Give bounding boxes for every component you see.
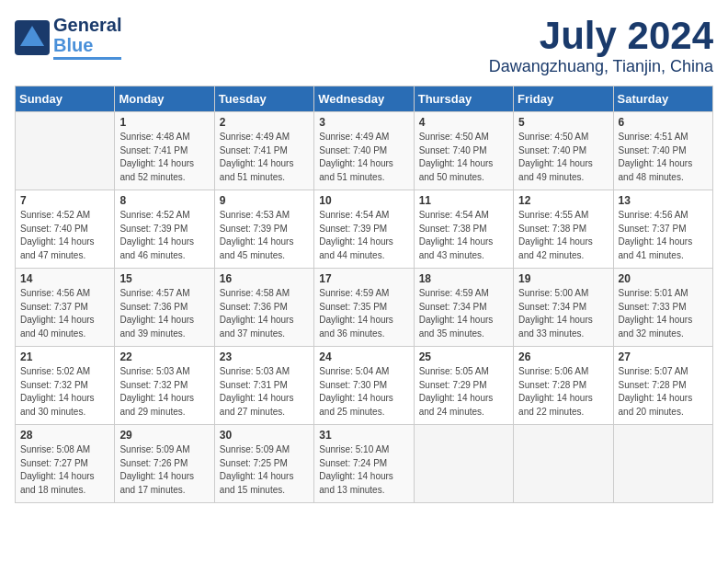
month-title: July 2024: [489, 15, 713, 57]
day-number: 30: [220, 429, 309, 442]
day-number: 10: [319, 194, 408, 207]
header-friday: Friday: [514, 86, 613, 112]
header-thursday: Thursday: [414, 86, 513, 112]
day-number: 18: [419, 272, 508, 285]
calendar-cell: 27Sunrise: 5:07 AM Sunset: 7:28 PM Dayli…: [613, 347, 712, 425]
day-number: 22: [119, 350, 209, 363]
day-number: 17: [319, 272, 408, 285]
day-content: Sunrise: 4:53 AM Sunset: 7:39 PM Dayligh…: [220, 209, 309, 262]
day-content: Sunrise: 4:54 AM Sunset: 7:39 PM Dayligh…: [319, 209, 408, 262]
day-content: Sunrise: 4:59 AM Sunset: 7:34 PM Dayligh…: [419, 287, 508, 340]
calendar-cell: 8Sunrise: 4:52 AM Sunset: 7:39 PM Daylig…: [115, 190, 214, 269]
calendar-cell: 26Sunrise: 5:06 AM Sunset: 7:28 PM Dayli…: [514, 347, 613, 425]
day-number: 3: [319, 116, 408, 129]
logo-line2: Blue: [53, 35, 121, 55]
header: General Blue July 2024 Dawangzhuang, Tia…: [15, 15, 713, 76]
day-number: 28: [20, 429, 109, 442]
day-number: 2: [220, 116, 309, 129]
day-number: 19: [518, 272, 608, 285]
calendar-cell: 18Sunrise: 4:59 AM Sunset: 7:34 PM Dayli…: [414, 269, 513, 347]
day-content: Sunrise: 4:56 AM Sunset: 7:37 PM Dayligh…: [619, 209, 708, 262]
day-content: Sunrise: 5:07 AM Sunset: 7:28 PM Dayligh…: [619, 365, 708, 419]
day-number: 6: [619, 116, 708, 129]
day-number: 29: [119, 429, 209, 442]
location-title: Dawangzhuang, Tianjin, China: [489, 57, 713, 76]
day-content: Sunrise: 5:04 AM Sunset: 7:30 PM Dayligh…: [319, 365, 408, 419]
day-number: 9: [220, 194, 309, 207]
day-number: 5: [518, 116, 608, 129]
calendar-week-row: 28Sunrise: 5:08 AM Sunset: 7:27 PM Dayli…: [16, 425, 713, 503]
day-content: Sunrise: 5:03 AM Sunset: 7:32 PM Dayligh…: [119, 365, 209, 419]
calendar-cell: 15Sunrise: 4:57 AM Sunset: 7:36 PM Dayli…: [115, 269, 214, 347]
day-content: Sunrise: 5:09 AM Sunset: 7:26 PM Dayligh…: [119, 443, 209, 497]
calendar-cell: 2Sunrise: 4:49 AM Sunset: 7:41 PM Daylig…: [214, 112, 313, 190]
calendar-cell: 14Sunrise: 4:56 AM Sunset: 7:37 PM Dayli…: [16, 269, 115, 347]
day-number: 14: [20, 272, 109, 285]
logo-icon: [15, 20, 50, 55]
calendar-week-row: 21Sunrise: 5:02 AM Sunset: 7:32 PM Dayli…: [16, 347, 713, 425]
day-content: Sunrise: 4:50 AM Sunset: 7:40 PM Dayligh…: [419, 131, 508, 184]
day-number: 13: [619, 194, 708, 207]
day-number: 21: [20, 350, 109, 363]
day-content: Sunrise: 5:00 AM Sunset: 7:34 PM Dayligh…: [518, 287, 608, 340]
day-number: 7: [20, 194, 109, 207]
calendar-cell: 23Sunrise: 5:03 AM Sunset: 7:31 PM Dayli…: [214, 347, 313, 425]
calendar-cell: 9Sunrise: 4:53 AM Sunset: 7:39 PM Daylig…: [214, 190, 313, 269]
calendar-cell: 17Sunrise: 4:59 AM Sunset: 7:35 PM Dayli…: [314, 269, 414, 347]
calendar-table: SundayMondayTuesdayWednesdayThursdayFrid…: [15, 86, 713, 503]
day-number: 20: [619, 272, 708, 285]
day-content: Sunrise: 4:51 AM Sunset: 7:40 PM Dayligh…: [619, 131, 708, 184]
calendar-week-row: 14Sunrise: 4:56 AM Sunset: 7:37 PM Dayli…: [16, 269, 713, 347]
calendar-cell: 21Sunrise: 5:02 AM Sunset: 7:32 PM Dayli…: [16, 347, 115, 425]
calendar-cell: 1Sunrise: 4:48 AM Sunset: 7:41 PM Daylig…: [115, 112, 214, 190]
header-monday: Monday: [115, 86, 214, 112]
day-content: Sunrise: 5:09 AM Sunset: 7:25 PM Dayligh…: [220, 443, 309, 497]
day-number: 12: [518, 194, 608, 207]
calendar-cell: [613, 425, 712, 503]
day-number: 4: [419, 116, 508, 129]
day-content: Sunrise: 4:49 AM Sunset: 7:40 PM Dayligh…: [319, 131, 408, 184]
calendar-cell: 7Sunrise: 4:52 AM Sunset: 7:40 PM Daylig…: [16, 190, 115, 269]
day-content: Sunrise: 5:01 AM Sunset: 7:33 PM Dayligh…: [619, 287, 708, 340]
day-number: 15: [119, 272, 209, 285]
calendar-cell: 19Sunrise: 5:00 AM Sunset: 7:34 PM Dayli…: [514, 269, 613, 347]
calendar-cell: 6Sunrise: 4:51 AM Sunset: 7:40 PM Daylig…: [613, 112, 712, 190]
svg-rect-2: [24, 40, 40, 44]
day-content: Sunrise: 4:48 AM Sunset: 7:41 PM Dayligh…: [119, 131, 209, 184]
calendar-cell: 30Sunrise: 5:09 AM Sunset: 7:25 PM Dayli…: [214, 425, 313, 503]
calendar-cell: [514, 425, 613, 503]
header-sunday: Sunday: [16, 86, 115, 112]
title-area: July 2024 Dawangzhuang, Tianjin, China: [489, 15, 713, 76]
day-content: Sunrise: 4:49 AM Sunset: 7:41 PM Dayligh…: [220, 131, 309, 184]
day-number: 25: [419, 350, 508, 363]
calendar-cell: 20Sunrise: 5:01 AM Sunset: 7:33 PM Dayli…: [613, 269, 712, 347]
day-content: Sunrise: 5:06 AM Sunset: 7:28 PM Dayligh…: [518, 365, 608, 419]
calendar-cell: 3Sunrise: 4:49 AM Sunset: 7:40 PM Daylig…: [314, 112, 414, 190]
calendar-cell: 24Sunrise: 5:04 AM Sunset: 7:30 PM Dayli…: [314, 347, 414, 425]
header-tuesday: Tuesday: [214, 86, 313, 112]
calendar-cell: 13Sunrise: 4:56 AM Sunset: 7:37 PM Dayli…: [613, 190, 712, 269]
day-content: Sunrise: 5:08 AM Sunset: 7:27 PM Dayligh…: [20, 443, 109, 497]
calendar-cell: 12Sunrise: 4:55 AM Sunset: 7:38 PM Dayli…: [514, 190, 613, 269]
calendar-cell: 11Sunrise: 4:54 AM Sunset: 7:38 PM Dayli…: [414, 190, 513, 269]
calendar-week-row: 1Sunrise: 4:48 AM Sunset: 7:41 PM Daylig…: [16, 112, 713, 190]
header-wednesday: Wednesday: [314, 86, 414, 112]
day-content: Sunrise: 5:05 AM Sunset: 7:29 PM Dayligh…: [419, 365, 508, 419]
day-content: Sunrise: 4:52 AM Sunset: 7:39 PM Dayligh…: [119, 209, 209, 262]
day-number: 31: [319, 429, 408, 442]
calendar-cell: 29Sunrise: 5:09 AM Sunset: 7:26 PM Dayli…: [115, 425, 214, 503]
calendar-cell: 22Sunrise: 5:03 AM Sunset: 7:32 PM Dayli…: [115, 347, 214, 425]
calendar-cell: 25Sunrise: 5:05 AM Sunset: 7:29 PM Dayli…: [414, 347, 513, 425]
calendar-cell: 16Sunrise: 4:58 AM Sunset: 7:36 PM Dayli…: [214, 269, 313, 347]
day-content: Sunrise: 5:02 AM Sunset: 7:32 PM Dayligh…: [20, 365, 109, 419]
day-number: 8: [119, 194, 209, 207]
calendar-cell: 31Sunrise: 5:10 AM Sunset: 7:24 PM Dayli…: [314, 425, 414, 503]
day-number: 16: [220, 272, 309, 285]
day-content: Sunrise: 4:58 AM Sunset: 7:36 PM Dayligh…: [220, 287, 309, 340]
day-number: 23: [220, 350, 309, 363]
day-content: Sunrise: 4:54 AM Sunset: 7:38 PM Dayligh…: [419, 209, 508, 262]
calendar-cell: 4Sunrise: 4:50 AM Sunset: 7:40 PM Daylig…: [414, 112, 513, 190]
calendar-cell: 28Sunrise: 5:08 AM Sunset: 7:27 PM Dayli…: [16, 425, 115, 503]
logo-line1: General: [53, 15, 121, 35]
day-number: 27: [619, 350, 708, 363]
